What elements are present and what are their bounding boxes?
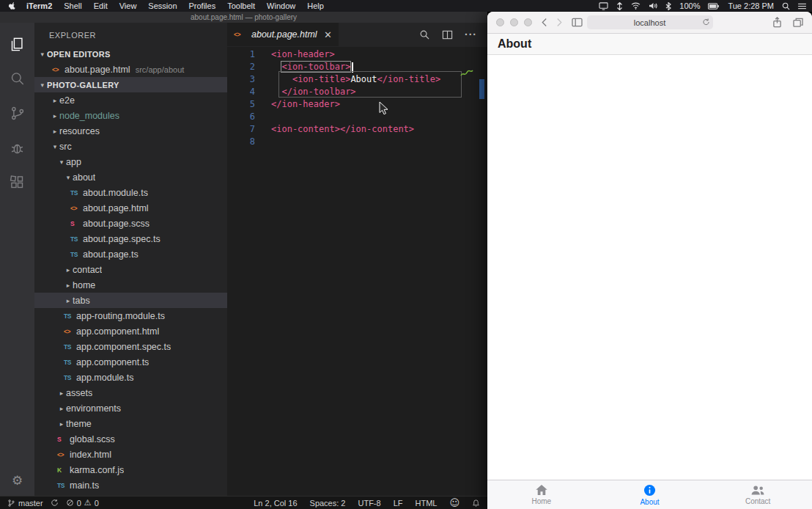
menu-iterm2[interactable]: iTerm2	[26, 1, 52, 10]
tree-item-tabs[interactable]: ▸tabs	[34, 293, 227, 308]
project-root-header[interactable]: ▾ PHOTO-GALLERY	[34, 77, 227, 92]
status-utf-8[interactable]: UTF-8	[358, 499, 380, 508]
tree-item-index.html[interactable]: <>index.html	[34, 447, 227, 462]
forward-button[interactable]	[556, 18, 563, 27]
minimize-window-button[interactable]	[510, 18, 518, 26]
vscode-statusbar: master 0 ⚠ 0 Ln 2, Col 16Spaces: 2UTF-8L…	[0, 496, 487, 509]
refresh-icon[interactable]	[702, 18, 710, 26]
safari-window: localhost About Home About Contact	[487, 12, 812, 509]
code-line-7: 7<ion-content></ion-content>	[227, 123, 487, 136]
status-html[interactable]: HTML	[415, 499, 437, 508]
chevron-down-icon: ▾	[57, 158, 66, 166]
notifications-bell-icon[interactable]	[472, 499, 480, 508]
tree-item-assets[interactable]: ▸assets	[34, 385, 227, 400]
tab-overview-icon[interactable]	[793, 18, 803, 27]
address-bar[interactable]: localhost	[587, 15, 713, 29]
close-icon[interactable]: ✕	[324, 29, 332, 40]
menubar-clock[interactable]: Tue 2:28 PM	[728, 1, 774, 10]
battery-icon[interactable]	[708, 3, 720, 10]
tree-item-app.module.ts[interactable]: TSapp.module.ts	[34, 370, 227, 385]
status-spaces-2[interactable]: Spaces: 2	[310, 499, 346, 508]
tree-item-home[interactable]: ▸home	[34, 277, 227, 293]
menu-window[interactable]: Window	[267, 1, 295, 10]
menu-session[interactable]: Session	[148, 1, 177, 10]
problems-indicator[interactable]: 0 ⚠ 0	[66, 499, 99, 508]
tree-item-e2e[interactable]: ▸e2e	[34, 92, 227, 108]
notification-center-icon[interactable]	[798, 3, 806, 10]
sidebar-toggle-icon[interactable]	[572, 18, 583, 27]
source-control-icon[interactable]	[0, 96, 34, 131]
overview-squiggle-decoration	[460, 69, 476, 78]
apple-menu-icon[interactable]	[9, 1, 16, 10]
chevron-down-icon: ▾	[51, 143, 59, 150]
tab-home[interactable]: Home	[487, 480, 596, 509]
vscode-titlebar[interactable]: about.page.html — photo-gallery	[0, 12, 487, 23]
menu-shell[interactable]: Shell	[64, 1, 81, 10]
open-editors-label: OPEN EDITORS	[47, 50, 111, 59]
open-editor-file: about.page.html	[64, 65, 130, 75]
close-window-button[interactable]	[496, 18, 504, 26]
file-name: app.component.ts	[76, 357, 149, 367]
git-branch-indicator[interactable]: master	[7, 499, 43, 508]
tree-item-about.page.scss[interactable]: Sabout.page.scss	[34, 216, 227, 231]
explorer-title: EXPLORER	[34, 23, 227, 46]
menu-toolbelt[interactable]: Toolbelt	[227, 1, 255, 10]
tree-item-global.scss[interactable]: Sglobal.scss	[34, 431, 227, 447]
updown-arrows-icon[interactable]	[616, 2, 623, 10]
debug-icon[interactable]	[0, 131, 34, 165]
status-lf[interactable]: LF	[394, 499, 403, 508]
scrollbar-decoration[interactable]	[479, 79, 484, 99]
file-name: about.module.ts	[83, 188, 148, 198]
tab-about-page-html[interactable]: <> about.page.html ✕	[227, 23, 339, 46]
volume-icon[interactable]	[649, 2, 657, 10]
feedback-smiley-icon[interactable]: ☺	[449, 498, 459, 508]
code-editor[interactable]: 1<ion-header>2 <ion-toolbar>3 <ion-title…	[227, 47, 487, 496]
zoom-window-button[interactable]	[524, 18, 532, 26]
search-icon[interactable]	[0, 62, 34, 96]
tree-item-about.page.html[interactable]: <>about.page.html	[34, 200, 227, 216]
tree-item-theme[interactable]: ▸theme	[34, 416, 227, 431]
extensions-icon[interactable]	[0, 165, 34, 199]
tree-item-about.module.ts[interactable]: TSabout.module.ts	[34, 185, 227, 200]
tree-item-app.component.ts[interactable]: TSapp.component.ts	[34, 354, 227, 370]
tree-item-karma.conf.js[interactable]: Kkarma.conf.js	[34, 462, 227, 477]
tree-item-main.ts[interactable]: TSmain.ts	[34, 477, 227, 493]
find-icon[interactable]	[419, 29, 430, 40]
split-editor-icon[interactable]	[442, 29, 453, 40]
tree-item-app-routing.module.ts[interactable]: TSapp-routing.module.ts	[34, 308, 227, 323]
sync-indicator[interactable]	[51, 499, 59, 507]
open-editors-header[interactable]: ▾ OPEN EDITORS	[34, 46, 227, 62]
display-icon[interactable]	[599, 2, 608, 10]
tree-item-resources[interactable]: ▸resources	[34, 123, 227, 139]
file-name: e2e	[59, 95, 75, 106]
menu-edit[interactable]: Edit	[94, 1, 108, 10]
back-button[interactable]	[541, 18, 547, 27]
tree-item-app.component.spec.ts[interactable]: TSapp.component.spec.ts	[34, 339, 227, 354]
menu-view[interactable]: View	[119, 1, 137, 10]
tree-item-node_modules[interactable]: ▸node_modules	[34, 108, 227, 123]
file-name: environments	[66, 403, 121, 414]
tab-contact[interactable]: Contact	[704, 480, 812, 509]
menu-profiles[interactable]: Profiles	[189, 1, 216, 10]
bluetooth-icon[interactable]	[665, 2, 671, 10]
wifi-icon[interactable]	[631, 2, 641, 10]
more-actions-icon[interactable]: ···	[465, 29, 477, 40]
tree-item-environments[interactable]: ▸environments	[34, 400, 227, 416]
file-name: global.scss	[70, 434, 115, 444]
tree-item-about[interactable]: ▾about	[34, 169, 227, 185]
settings-gear-icon[interactable]: ⚙	[12, 475, 23, 487]
explorer-icon[interactable]	[0, 27, 34, 62]
spotlight-icon[interactable]	[782, 2, 790, 10]
file-name: app.component.spec.ts	[76, 342, 171, 352]
menu-help[interactable]: Help	[307, 1, 324, 10]
tree-item-about.page.ts[interactable]: TSabout.page.ts	[34, 246, 227, 262]
tree-item-src[interactable]: ▾src	[34, 139, 227, 154]
status-ln-2-col-16[interactable]: Ln 2, Col 16	[254, 499, 297, 508]
share-icon[interactable]	[772, 17, 782, 28]
tree-item-about.page.spec.ts[interactable]: TSabout.page.spec.ts	[34, 231, 227, 246]
open-editor-item[interactable]: <> about.page.html src/app/about	[34, 62, 227, 77]
tree-item-app.component.html[interactable]: <>app.component.html	[34, 323, 227, 339]
tree-item-app[interactable]: ▾app	[34, 154, 227, 169]
tree-item-contact[interactable]: ▸contact	[34, 262, 227, 277]
tab-about[interactable]: About	[596, 480, 704, 509]
